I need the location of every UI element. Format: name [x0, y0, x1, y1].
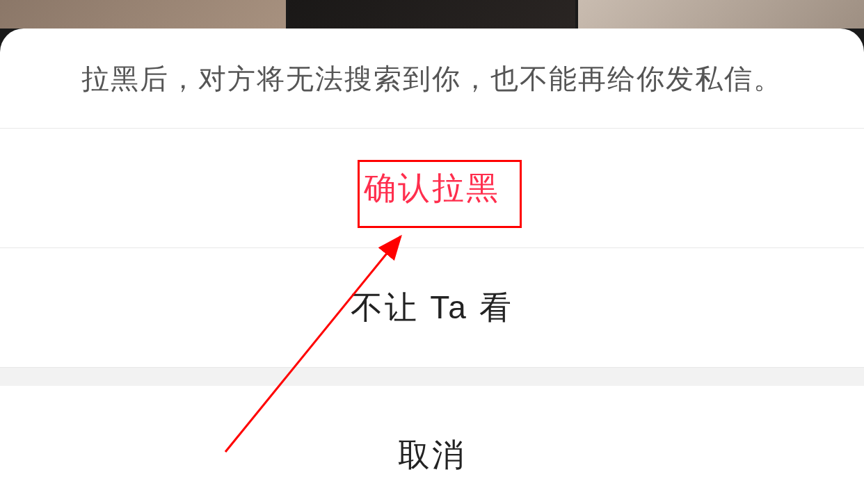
- sheet-description: 拉黑后，对方将无法搜索到你，也不能再给你发私信。: [81, 59, 783, 98]
- bg-thumb: [289, 0, 575, 29]
- bg-thumb: [0, 0, 286, 29]
- restrict-view-label: 不让 Ta 看: [351, 286, 513, 330]
- cancel-button[interactable]: 取消: [0, 386, 864, 504]
- cancel-label: 取消: [398, 434, 466, 477]
- background-thumbnails: [0, 0, 864, 29]
- bg-thumb: [578, 0, 864, 29]
- action-sheet: 拉黑后，对方将无法搜索到你，也不能再给你发私信。 确认拉黑 不让 Ta 看 取消: [0, 29, 864, 504]
- confirm-block-button[interactable]: 确认拉黑: [0, 129, 864, 248]
- confirm-block-label: 确认拉黑: [364, 167, 500, 210]
- restrict-view-button[interactable]: 不让 Ta 看: [0, 248, 864, 368]
- sheet-header: 拉黑后，对方将无法搜索到你，也不能再给你发私信。: [0, 29, 864, 129]
- section-gap: [0, 368, 864, 386]
